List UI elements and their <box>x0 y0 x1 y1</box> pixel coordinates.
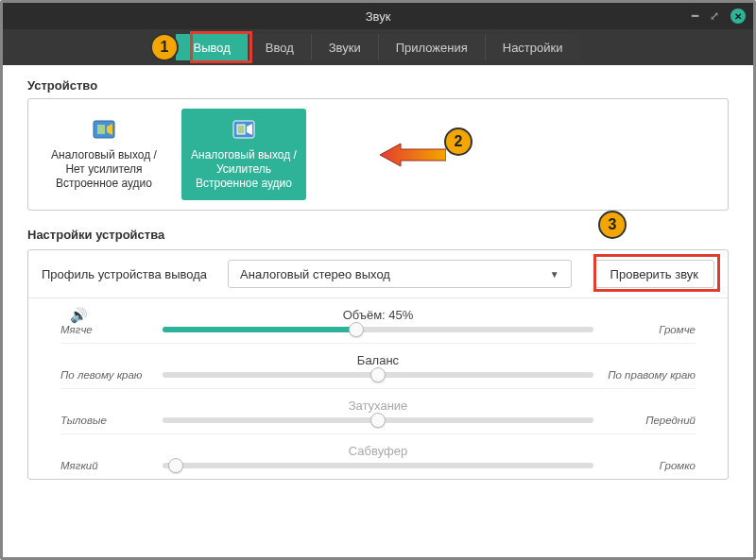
tab-bar: Вывод Ввод Звуки Приложения Настройки 1 <box>3 29 753 65</box>
annotation-arrow <box>380 141 446 172</box>
slider-fade-track <box>163 417 593 423</box>
svg-rect-1 <box>97 125 105 134</box>
svg-marker-6 <box>380 144 446 166</box>
profile-dropdown[interactable]: Аналоговый стерео выход ▼ <box>228 260 572 288</box>
section-title-device: Устройство <box>27 78 729 93</box>
svg-rect-4 <box>237 125 245 134</box>
slider-fade-rear-label: Тыловые <box>60 415 153 426</box>
slider-volume: 🔊 Объём: 45% Мягче Громче <box>60 308 696 344</box>
content-area: Устройство Аналоговый выход / Нет усилит… <box>3 65 753 489</box>
window-title: Звук <box>366 9 391 24</box>
soundcard-icon <box>231 118 257 144</box>
maximize-button[interactable]: ⤢ <box>710 9 719 23</box>
slider-balance-track[interactable] <box>163 372 593 378</box>
device-list: Аналоговый выход / Нет усилителяВстроенн… <box>27 98 729 211</box>
tab-input[interactable]: Ввод <box>249 34 312 60</box>
device-settings-panel: Профиль устройства вывода Аналоговый сте… <box>27 249 729 480</box>
slider-fade-front-label: Передний <box>603 415 696 426</box>
device-card-active[interactable]: Аналоговый выход / УсилительВстроенное а… <box>181 109 306 200</box>
slider-balance-right-label: По правому краю <box>603 369 696 381</box>
slider-fade: Затухание Тыловые Передний <box>60 399 696 434</box>
close-button[interactable]: ✕ <box>730 8 746 24</box>
device-label-1: Аналоговый выход / Нет усилителяВстроенн… <box>47 148 161 191</box>
tab-applications[interactable]: Приложения <box>379 34 486 60</box>
slider-balance: Баланс По левому краю По правому краю <box>60 353 696 389</box>
tab-settings[interactable]: Настройки <box>486 34 580 60</box>
annotation-redbox-3 <box>593 254 720 292</box>
tab-sounds[interactable]: Звуки <box>312 34 379 60</box>
slider-volume-track[interactable] <box>163 327 593 332</box>
slider-balance-left-label: По левому краю <box>60 369 153 381</box>
speaker-icon: 🔊 <box>70 307 88 324</box>
slider-sub-soft-label: Мягкий <box>60 460 153 471</box>
chevron-down-icon: ▼ <box>550 269 559 280</box>
annotation-callout-3: 3 <box>598 211 627 239</box>
slider-subwoofer-track <box>163 463 593 468</box>
minimize-button[interactable]: ━ <box>692 9 698 23</box>
window-controls: ━ ⤢ ✕ <box>692 3 746 29</box>
device-card-inactive[interactable]: Аналоговый выход / Нет усилителяВстроенн… <box>42 109 166 200</box>
annotation-callout-1: 1 <box>150 33 179 61</box>
device-label-2: Аналоговый выход / УсилительВстроенное а… <box>187 148 301 191</box>
slider-sub-loud-label: Громко <box>603 460 696 471</box>
title-bar: Звук ━ ⤢ ✕ <box>3 3 753 29</box>
profile-selected: Аналоговый стерео выход <box>240 267 390 281</box>
annotation-callout-2: 2 <box>444 127 472 156</box>
slider-volume-min-label: Мягче <box>60 324 153 335</box>
annotation-redbox-1 <box>190 31 252 63</box>
slider-volume-max-label: Громче <box>603 324 696 335</box>
soundcard-icon <box>91 118 117 144</box>
profile-label: Профиль устройства вывода <box>42 267 207 281</box>
slider-subwoofer: Сабвуфер Мягкий Громко <box>60 444 696 471</box>
